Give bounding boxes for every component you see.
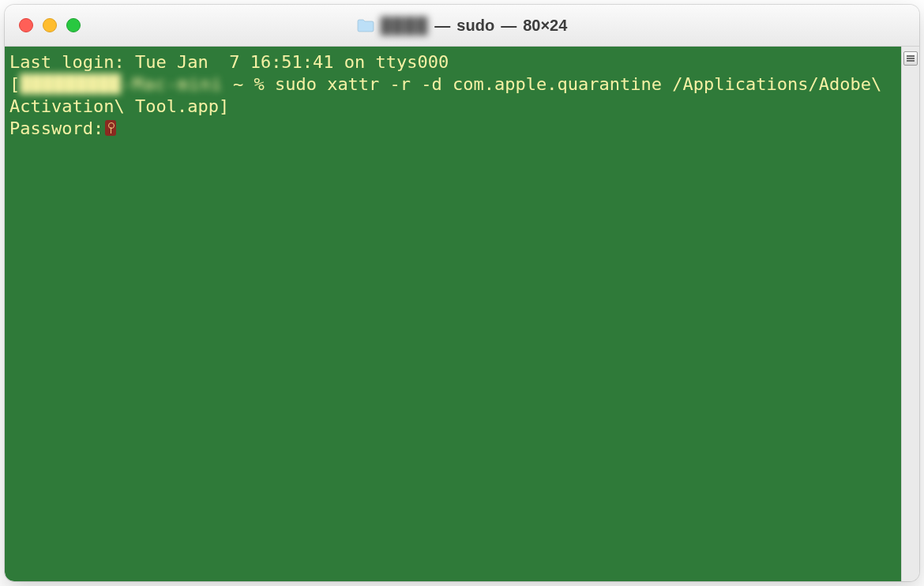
- settings-toggle-button[interactable]: [903, 51, 918, 66]
- prompt-hostname: █████████-Mac-mini: [20, 74, 222, 94]
- window-title: ████ — sudo — 80×24: [5, 17, 919, 35]
- terminal-window: ████ — sudo — 80×24 Last login: Tue Jan …: [5, 5, 919, 581]
- password-label: Password:: [9, 118, 103, 138]
- titlebar[interactable]: ████ — sudo — 80×24: [5, 5, 919, 47]
- terminal-viewport[interactable]: Last login: Tue Jan 7 16:51:41 on ttys00…: [5, 47, 901, 581]
- window-controls: [19, 18, 81, 32]
- title-folder-name: ████: [381, 17, 429, 35]
- zoom-button[interactable]: [66, 18, 81, 32]
- last-login-line: Last login: Tue Jan 7 16:51:41 on ttys00…: [9, 51, 896, 73]
- hamburger-icon: [907, 55, 915, 62]
- prompt-close-bracket: ]: [219, 96, 229, 116]
- command-line: [█████████-Mac-mini ~ % sudo xattr -r -d…: [9, 73, 896, 118]
- prompt-path: ~ %: [223, 74, 275, 94]
- title-sep-1: —: [434, 17, 450, 35]
- title-sep-2: —: [501, 17, 516, 35]
- minimize-button[interactable]: [43, 18, 57, 32]
- title-process: sudo: [456, 17, 494, 35]
- content-row: Last login: Tue Jan 7 16:51:41 on ttys00…: [5, 47, 919, 581]
- title-dimensions: 80×24: [523, 17, 567, 35]
- folder-icon: [357, 18, 374, 32]
- password-line: Password:: [9, 118, 896, 140]
- prompt-open-bracket: [: [9, 74, 20, 94]
- key-icon: [105, 120, 116, 136]
- close-button[interactable]: [19, 18, 33, 32]
- scroll-sidebar: [901, 47, 919, 581]
